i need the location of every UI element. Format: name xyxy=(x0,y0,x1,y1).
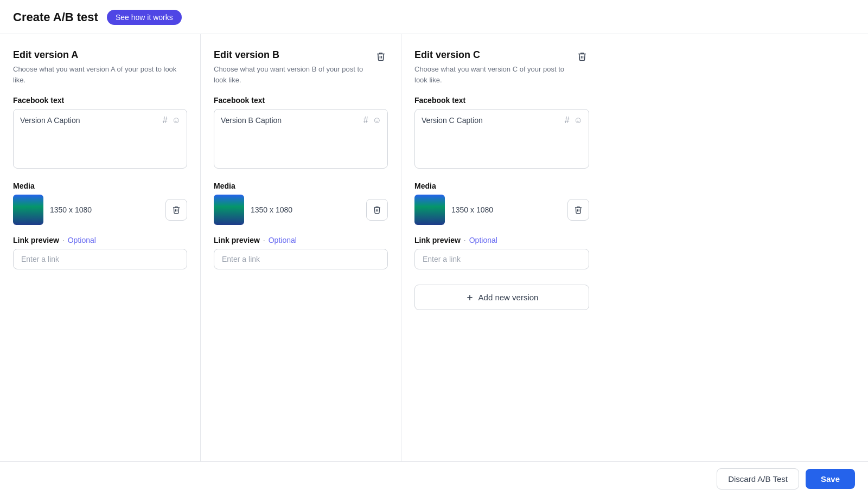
version-c-media-row: 1350 x 1080 xyxy=(414,195,589,225)
version-b-delete-button[interactable] xyxy=(374,49,388,63)
footer: Discard A/B Test Save xyxy=(0,461,868,496)
page-title: Create A/B test xyxy=(13,10,98,24)
version-a-media-delete-button[interactable] xyxy=(165,199,187,221)
hash-icon: # xyxy=(565,115,570,125)
version-b-caption-input[interactable]: Version B Caption xyxy=(214,109,388,169)
version-b-facebook-section: Facebook text Version B Caption # ☺ xyxy=(214,96,388,171)
version-c-media-delete-button[interactable] xyxy=(567,199,589,221)
version-b-title: Edit version B xyxy=(214,49,374,61)
version-c-facebook-section: Facebook text Version C Caption # ☺ xyxy=(414,96,589,171)
version-c-title: Edit version C xyxy=(414,49,575,61)
add-version-button[interactable]: Add new version xyxy=(414,285,589,310)
see-how-button[interactable]: See how it works xyxy=(107,10,182,25)
version-a-media-label: Media xyxy=(13,182,187,190)
version-c-subtitle: Choose what you want version C of your p… xyxy=(414,64,575,85)
version-a-optional-label: Optional xyxy=(68,236,96,244)
version-b-subtitle: Choose what you want version B of your p… xyxy=(214,64,374,85)
version-a-link-section: Link preview · Optional xyxy=(13,236,187,269)
emoji-icon: ☺ xyxy=(574,115,583,125)
page-header: Create A/B test See how it works xyxy=(0,0,868,34)
version-b-header: Edit version B Choose what you want vers… xyxy=(214,49,388,85)
emoji-icon: ☺ xyxy=(373,115,381,125)
version-c-textarea-wrapper: Version C Caption # ☺ xyxy=(414,109,589,171)
version-b-media-row: 1350 x 1080 xyxy=(214,195,388,225)
version-c-link-input[interactable] xyxy=(414,249,589,269)
version-a-media-row: 1350 x 1080 xyxy=(13,195,187,225)
version-b-link-section: Link preview · Optional xyxy=(214,236,388,269)
version-c-facebook-label: Facebook text xyxy=(414,96,589,105)
version-a-media-section: Media 1350 x 1080 xyxy=(13,182,187,225)
version-b-textarea-icons: # ☺ xyxy=(363,115,381,125)
version-b-media-label: Media xyxy=(214,182,388,190)
version-b-optional-label: Optional xyxy=(269,236,297,244)
version-a-caption-input[interactable]: Version A Caption xyxy=(13,109,187,169)
version-c-link-label: Link preview · Optional xyxy=(414,236,589,244)
version-a-title: Edit version A xyxy=(13,49,187,61)
version-b-facebook-label: Facebook text xyxy=(214,96,388,105)
trash-icon xyxy=(373,205,381,214)
trash-icon xyxy=(574,205,583,214)
version-a-media-thumb xyxy=(13,195,43,225)
version-b-link-input[interactable] xyxy=(214,249,388,269)
version-b-link-label: Link preview · Optional xyxy=(214,236,388,244)
version-b-media-thumb xyxy=(214,195,244,225)
version-c-textarea-icons: # ☺ xyxy=(565,115,583,125)
emoji-icon: ☺ xyxy=(172,115,181,125)
plus-icon xyxy=(465,293,474,302)
version-c-header: Edit version C Choose what you want vers… xyxy=(414,49,589,85)
version-b-media-delete-button[interactable] xyxy=(366,199,388,221)
version-a-link-input[interactable] xyxy=(13,249,187,269)
version-c-media-label: Media xyxy=(414,182,589,190)
versions-container: Edit version A Choose what you want vers… xyxy=(0,34,868,462)
trash-icon xyxy=(376,51,386,61)
version-a-column: Edit version A Choose what you want vers… xyxy=(0,34,201,461)
version-c-delete-button[interactable] xyxy=(575,49,589,63)
version-c-media-thumb xyxy=(414,195,445,225)
version-c-thumb-image xyxy=(414,195,445,225)
version-b-media-section: Media 1350 x 1080 xyxy=(214,182,388,225)
version-a-subtitle: Choose what you want version A of your p… xyxy=(13,64,187,85)
version-b-column: Edit version B Choose what you want vers… xyxy=(201,34,401,461)
trash-icon xyxy=(577,51,587,61)
hash-icon: # xyxy=(163,115,168,125)
version-a-facebook-section: Facebook text Version A Caption # ☺ xyxy=(13,96,187,171)
save-button[interactable]: Save xyxy=(806,469,855,489)
trash-icon xyxy=(172,205,181,214)
version-a-header: Edit version A Choose what you want vers… xyxy=(13,49,187,85)
version-b-media-size: 1350 x 1080 xyxy=(251,205,360,214)
version-c-media-size: 1350 x 1080 xyxy=(451,205,561,214)
version-a-link-label: Link preview · Optional xyxy=(13,236,187,244)
version-c-optional-label: Optional xyxy=(469,236,497,244)
version-a-textarea-icons: # ☺ xyxy=(163,115,181,125)
version-b-textarea-wrapper: Version B Caption # ☺ xyxy=(214,109,388,171)
version-a-media-size: 1350 x 1080 xyxy=(50,205,159,214)
discard-button[interactable]: Discard A/B Test xyxy=(717,468,799,489)
version-a-thumb-image xyxy=(13,195,43,225)
version-b-thumb-image xyxy=(214,195,244,225)
version-c-link-section: Link preview · Optional xyxy=(414,236,589,269)
version-c-column: Edit version C Choose what you want vers… xyxy=(401,34,602,461)
version-a-textarea-wrapper: Version A Caption # ☺ xyxy=(13,109,187,171)
hash-icon: # xyxy=(363,115,368,125)
version-c-media-section: Media 1350 x 1080 xyxy=(414,182,589,225)
version-a-facebook-label: Facebook text xyxy=(13,96,187,105)
version-c-caption-input[interactable]: Version C Caption xyxy=(414,109,589,169)
